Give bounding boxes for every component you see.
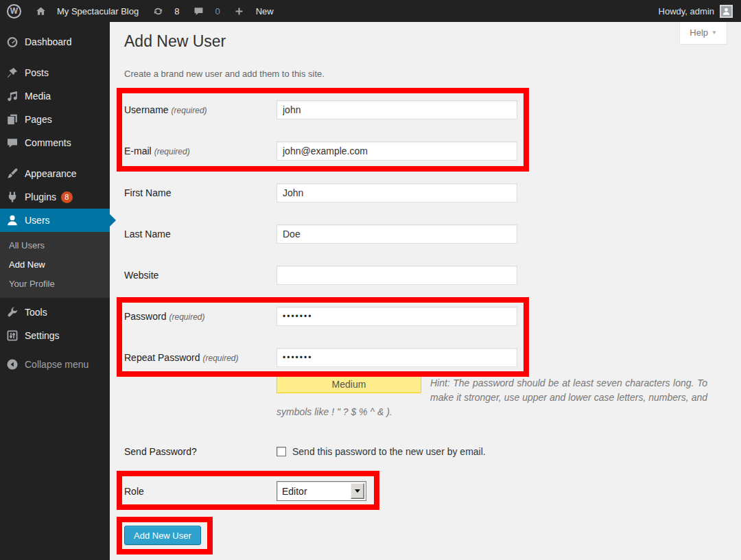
sidebar-item-label: Plugins xyxy=(25,191,56,202)
wordpress-logo-menu[interactable]: W xyxy=(7,4,21,19)
update-count: 8 xyxy=(174,6,179,16)
pages-icon xyxy=(5,113,19,126)
sidebar-item-label: Users xyxy=(25,215,50,226)
required-text: (required) xyxy=(172,106,207,115)
role-label: Role xyxy=(124,482,272,501)
send-password-control: Send this password to the new user by em… xyxy=(277,442,486,461)
role-select[interactable]: Editor xyxy=(277,481,366,501)
howdy-text: Howdy, admin xyxy=(659,6,714,16)
password-strength-meter: Medium xyxy=(277,376,421,393)
sidebar-item-label: Posts xyxy=(25,67,49,78)
site-name: My Spectacular Blog xyxy=(57,6,139,16)
current-menu-arrow xyxy=(110,214,122,226)
updates-menu[interactable]: 8 xyxy=(151,4,179,18)
label-text: Repeat Password xyxy=(124,352,200,363)
last-name-label: Last Name xyxy=(124,224,272,244)
username-input[interactable] xyxy=(277,100,517,119)
first-name-label: First Name xyxy=(124,183,272,202)
required-text: (required) xyxy=(203,353,239,363)
help-label: Help xyxy=(690,27,708,38)
dashboard-icon xyxy=(5,35,19,49)
label-text: Send Password? xyxy=(124,446,197,457)
sidebar-item-pages[interactable]: Pages xyxy=(0,108,110,131)
dropdown-arrow-icon xyxy=(355,489,360,493)
required-text: (required) xyxy=(169,312,204,322)
repeat-password-label: Repeat Password(required) xyxy=(124,348,272,368)
label-text: Last Name xyxy=(124,229,171,240)
brush-icon xyxy=(5,167,19,180)
label-text: First Name xyxy=(124,187,171,198)
label-text: Password xyxy=(124,311,166,322)
required-text: (required) xyxy=(154,147,190,156)
admin-bar: W My Spectacular Blog 8 0 New xyxy=(0,0,741,22)
wordpress-admin-page: W My Spectacular Blog 8 0 New xyxy=(0,0,741,560)
sidebar-item-plugins[interactable]: Plugins 8 xyxy=(0,185,110,209)
plug-icon xyxy=(5,190,19,204)
send-password-checkbox[interactable] xyxy=(277,447,286,456)
users-submenu: All Users Add New Your Profile xyxy=(0,232,110,298)
plus-icon xyxy=(233,4,246,18)
website-input[interactable] xyxy=(277,266,517,285)
sidebar-item-media[interactable]: Media xyxy=(0,84,110,108)
comments-menu[interactable]: 0 xyxy=(191,4,220,18)
submenu-item-all-users[interactable]: All Users xyxy=(0,236,110,255)
sidebar-item-label: Settings xyxy=(25,330,60,341)
new-content-menu[interactable]: New xyxy=(233,4,274,18)
site-menu[interactable]: My Spectacular Blog xyxy=(34,4,139,18)
dropdown-button[interactable] xyxy=(351,483,364,499)
chevron-down-icon: ▼ xyxy=(711,30,717,36)
help-tab[interactable]: Help ▼ xyxy=(679,22,727,45)
website-label: Website xyxy=(124,266,272,285)
submenu-item-add-new[interactable]: Add New xyxy=(0,255,110,275)
send-password-checkbox-label: Send this password to the new user by em… xyxy=(292,446,486,457)
media-icon xyxy=(5,89,19,103)
sidebar-item-appearance[interactable]: Appearance xyxy=(0,162,110,185)
username-label: Username(required) xyxy=(124,100,272,120)
label-text: E-mail xyxy=(124,145,152,156)
wrench-icon xyxy=(5,305,19,319)
sidebar-item-settings[interactable]: Settings xyxy=(0,324,110,347)
sidebar-item-label: Appearance xyxy=(25,168,77,179)
label-text: Username xyxy=(124,104,169,115)
sidebar-item-users[interactable]: Users xyxy=(0,209,110,232)
settings-icon xyxy=(5,329,19,342)
home-icon xyxy=(34,4,47,18)
password-label: Password(required) xyxy=(124,307,272,327)
collapse-arrow-icon xyxy=(5,358,19,371)
sidebar-item-label: Media xyxy=(25,91,51,102)
comments-icon xyxy=(5,136,19,150)
sidebar-item-dashboard[interactable]: Dashboard xyxy=(0,30,110,54)
sidebar-item-label: Collapse menu xyxy=(25,359,89,370)
avatar xyxy=(720,5,733,18)
role-selected-value: Editor xyxy=(277,486,351,497)
email-input[interactable] xyxy=(277,141,517,161)
comment-count: 0 xyxy=(215,6,220,16)
label-text: Website xyxy=(124,270,158,281)
last-name-input[interactable] xyxy=(277,224,517,244)
sidebar-item-comments[interactable]: Comments xyxy=(0,131,110,154)
sidebar-item-posts[interactable]: Posts xyxy=(0,61,110,84)
page-subtitle: Create a brand new user and add them to … xyxy=(124,69,325,79)
user-icon xyxy=(5,213,19,227)
send-password-label: Send Password? xyxy=(124,442,272,461)
sidebar-item-tools[interactable]: Tools xyxy=(0,301,110,324)
email-label: E-mail(required) xyxy=(124,141,272,161)
new-label: New xyxy=(256,6,274,16)
password-input[interactable] xyxy=(277,307,517,326)
plugin-update-badge: 8 xyxy=(61,191,73,203)
submenu-item-your-profile[interactable]: Your Profile xyxy=(0,275,110,294)
wordpress-logo-icon: W xyxy=(7,4,21,19)
sidebar-item-label: Comments xyxy=(25,137,71,148)
collapse-menu-button[interactable]: Collapse menu xyxy=(0,353,110,376)
sidebar-item-label: Dashboard xyxy=(25,36,72,47)
admin-sidebar: Dashboard Posts Media Pages Comments xyxy=(0,22,110,560)
label-text: Role xyxy=(124,486,144,497)
first-name-input[interactable] xyxy=(277,183,517,202)
sidebar-item-label: Tools xyxy=(25,307,47,318)
add-new-user-button[interactable]: Add New User xyxy=(124,526,201,545)
comment-bubble-icon xyxy=(191,4,205,18)
account-menu[interactable]: Howdy, admin xyxy=(659,5,733,18)
repeat-password-input[interactable] xyxy=(277,348,517,367)
page-title: Add New User xyxy=(124,32,226,51)
password-hint-block: Medium Hint: The password should be at l… xyxy=(277,376,707,419)
